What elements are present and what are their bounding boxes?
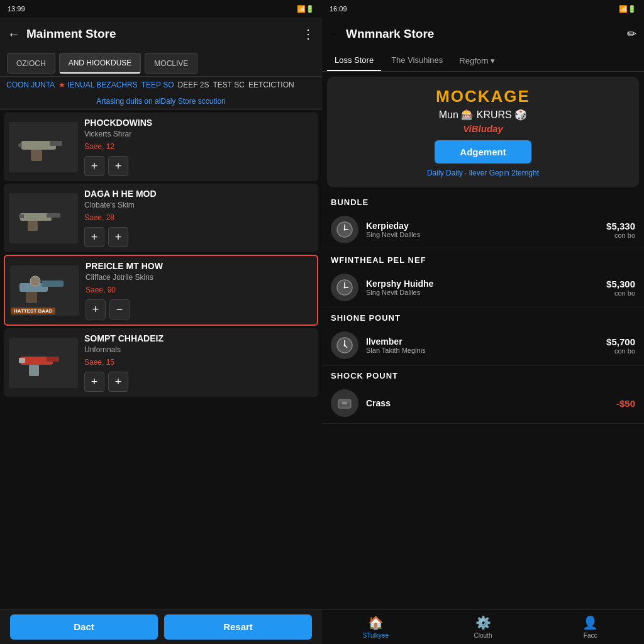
gun-icon-2 xyxy=(15,199,72,237)
svg-rect-14 xyxy=(29,365,39,376)
add-btn-3[interactable]: + xyxy=(86,299,106,319)
promo-link[interactable]: sccution xyxy=(198,97,226,106)
section-bundle-header: BUNDLE xyxy=(322,192,644,209)
promo-title: MOCKAGE xyxy=(337,87,629,106)
chevron-down-icon: ▾ xyxy=(491,56,495,65)
bundle-name-kerpshy: Kerpshy Huidhe xyxy=(366,279,599,289)
gun-icon-1 xyxy=(15,128,72,166)
filter-row: COON JUNTA ★ IENUAL BEZACHRS TEEP SO DEE… xyxy=(0,77,322,93)
right-tabs: Loss Store The Visuhines Regforn ▾ xyxy=(322,50,644,72)
promo-button[interactable]: Adgement xyxy=(435,140,531,164)
svg-rect-2 xyxy=(31,150,42,161)
add2-btn-2[interactable]: + xyxy=(108,227,128,247)
bundle-sub-ilvember: Slan Takith Meginis xyxy=(366,347,599,354)
clock-icon-1 xyxy=(336,221,353,238)
right-edit-button[interactable]: ✏ xyxy=(627,27,636,41)
item-name-2: DAGA H HE MOD xyxy=(84,189,313,199)
left-back-button[interactable]: ← xyxy=(8,27,20,42)
filter-test-sc[interactable]: TEST SC xyxy=(213,80,245,89)
item-info-2: DAGA H HE MOD Clobate's Skim Saee, 28 + … xyxy=(84,189,313,247)
action-row-3: + − xyxy=(86,299,312,319)
nav-label-settings: Clouth xyxy=(474,632,492,639)
right-bottom-nav: 🏠 STulkyee ⚙️ Clouth 👤 Facc xyxy=(322,609,644,644)
item-img-1 xyxy=(9,122,78,172)
home-icon: 🏠 xyxy=(368,615,384,630)
add2-btn-1[interactable]: + xyxy=(108,156,128,176)
resart-button[interactable]: Resart xyxy=(164,614,312,640)
filter-teep-so[interactable]: TEEP SO xyxy=(142,80,174,89)
star-icon: ★ xyxy=(58,80,65,89)
tab-hiookduse[interactable]: AND HIOOKDUSE xyxy=(59,53,142,74)
rtab-visuhines[interactable]: The Visuhines xyxy=(384,50,450,71)
bundle-amount-ilvember: $5,700 xyxy=(606,336,635,347)
gun-icon-3 xyxy=(16,272,73,309)
bundle-price-ilvember: $5,700 con bo xyxy=(606,336,635,355)
right-top-bar: ← Wnmnark Store ✏ xyxy=(322,18,644,50)
promo-banner: Artasing duits on alDaly Store sccution xyxy=(0,93,322,110)
svg-rect-15 xyxy=(19,358,25,363)
bundle-label-kerpieday: con bo xyxy=(606,231,635,239)
filter-deef[interactable]: DEEF 2S xyxy=(178,80,209,89)
bundle-item-crass: Crass -$50 xyxy=(322,383,644,424)
item-sub-4: Unfornnals xyxy=(84,345,313,354)
svg-rect-11 xyxy=(26,292,37,303)
nav-item-profile[interactable]: 👤 Facc xyxy=(536,611,644,643)
bundle-name-crass: Crass xyxy=(366,398,609,408)
bundle-label-ilvember: con bo xyxy=(606,347,635,355)
tab-ozioch[interactable]: OZIOCH xyxy=(7,53,55,74)
add2-btn-4[interactable]: + xyxy=(108,372,128,392)
left-title: Mainment Store xyxy=(26,27,296,41)
left-status-icons: 📶🔋 xyxy=(297,5,314,13)
svg-rect-30 xyxy=(342,402,347,404)
bundle-amount-kerpshy: $5,300 xyxy=(606,279,635,289)
bundle-item-kerpshy: Kerpshy Huidhe Sing Nevit Daliles $5,300… xyxy=(322,267,644,308)
filter-coon-junta[interactable]: COON JUNTA xyxy=(6,80,55,89)
item-badge-3: HATTEST BAAD xyxy=(11,308,55,314)
right-status-icons: 📶🔋 xyxy=(619,5,636,13)
items-list: PHOCKDOWINS Vickerts Shrar Saee, 12 + + xyxy=(0,110,322,609)
bundle-amount-kerpieday: $5,330 xyxy=(606,221,635,231)
item-info-3: PREICLE MT HOW Clifface Jotrile Skins Sa… xyxy=(86,261,312,319)
nav-item-settings[interactable]: ⚙️ Clouth xyxy=(430,611,537,643)
item-price-1: Saee, 12 xyxy=(84,142,313,151)
nav-item-home[interactable]: 🏠 STulkyee xyxy=(322,611,430,643)
store-item-1: PHOCKDOWINS Vickerts Shrar Saee, 12 + + xyxy=(4,113,318,181)
promo-tag: ViBluday xyxy=(337,123,629,134)
item-price-2: Saee, 28 xyxy=(84,213,313,222)
right-back-button[interactable]: ← xyxy=(330,28,340,40)
add-btn-4[interactable]: + xyxy=(84,372,104,392)
item-img-3: HATTEST BAAD xyxy=(10,265,79,316)
item-img-2 xyxy=(9,193,78,243)
left-tabs: OZIOCH AND HIOOKDUSE MOCLIVE xyxy=(0,50,322,77)
right-content: MOCKAGE Mun 🎰 KRURS 🎲 ViBluday Adgement … xyxy=(322,72,644,609)
right-time: 16:09 xyxy=(330,5,347,13)
filter-ienual[interactable]: ★ IENUAL BEZACHRS xyxy=(58,80,138,89)
item-price-3: Saee, 90 xyxy=(86,286,312,294)
filter-eetciction[interactable]: EETCICTION xyxy=(248,80,294,89)
section-wfintheal-header: WFINTHEAL PEL NEF xyxy=(322,250,644,267)
svg-rect-7 xyxy=(19,214,24,218)
add-btn-2[interactable]: + xyxy=(84,227,104,247)
item-name-1: PHOCKDOWINS xyxy=(84,118,313,128)
right-status-bar: 16:09 📶🔋 xyxy=(322,0,644,18)
left-more-button[interactable]: ⋮ xyxy=(302,26,314,42)
bundle-info-crass: Crass xyxy=(366,398,609,408)
section-shione-header: SHIONE POUNT xyxy=(322,308,644,325)
tab-moclive[interactable]: MOCLIVE xyxy=(145,53,197,74)
left-time: 13:99 xyxy=(8,5,25,13)
store-item-3: HATTEST BAAD PREICLE MT HOW Clifface Jot… xyxy=(4,255,318,326)
minus-btn-3[interactable]: − xyxy=(109,299,130,319)
rtab-loss-store[interactable]: Loss Store xyxy=(327,50,381,71)
bundle-amount-crass: -$50 xyxy=(616,398,635,409)
dact-button[interactable]: Dact xyxy=(10,614,158,640)
bundle-icon-kerpshy xyxy=(331,274,358,301)
bundle-icon-ilvember xyxy=(331,331,358,359)
svg-rect-9 xyxy=(42,280,64,287)
svg-rect-1 xyxy=(50,141,62,146)
promo-card: MOCKAGE Mun 🎰 KRURS 🎲 ViBluday Adgement … xyxy=(327,77,639,187)
clock-icon-3 xyxy=(336,336,353,354)
bundle-price-kerpieday: $5,330 con bo xyxy=(606,221,635,239)
rtab-regforn[interactable]: Regforn ▾ xyxy=(453,50,501,71)
add-btn-1[interactable]: + xyxy=(84,156,104,176)
bundle-info-ilvember: Ilvember Slan Takith Meginis xyxy=(366,336,599,354)
